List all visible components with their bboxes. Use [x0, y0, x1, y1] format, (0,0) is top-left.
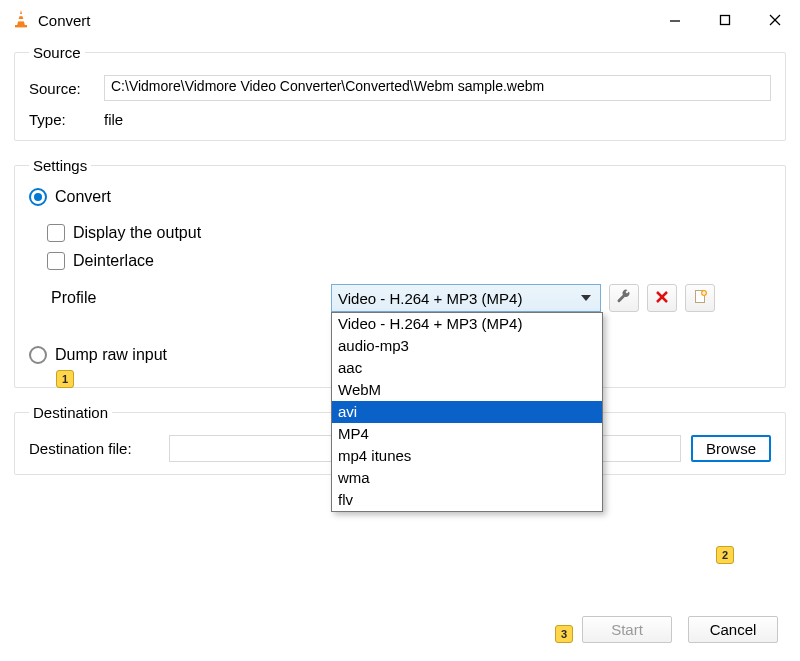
x-icon — [655, 290, 669, 307]
destination-legend: Destination — [29, 404, 112, 421]
cancel-button[interactable]: Cancel — [688, 616, 778, 643]
annotation-1: 1 — [56, 370, 74, 388]
titlebar: Convert — [0, 0, 800, 40]
close-button[interactable] — [750, 0, 800, 40]
profile-option[interactable]: avi — [332, 401, 602, 423]
source-group: Source Source: C:\Vidmore\Vidmore Video … — [14, 44, 786, 141]
maximize-button[interactable] — [700, 0, 750, 40]
window-title: Convert — [38, 12, 91, 29]
chevron-down-icon — [581, 295, 591, 301]
profile-option[interactable]: Video - H.264 + MP3 (MP4) — [332, 313, 602, 335]
profile-combobox[interactable]: Video - H.264 + MP3 (MP4) Video - H.264 … — [331, 284, 601, 312]
vlc-cone-icon — [12, 9, 30, 32]
minimize-button[interactable] — [650, 0, 700, 40]
cancel-button-label: Cancel — [710, 621, 757, 638]
dump-raw-radio[interactable]: Dump raw input — [29, 346, 167, 364]
profile-option[interactable]: flv — [332, 489, 602, 511]
source-path-input[interactable]: C:\Vidmore\Vidmore Video Converter\Conve… — [104, 75, 771, 101]
svg-rect-5 — [721, 16, 730, 25]
convert-radio[interactable]: Convert — [29, 188, 111, 206]
source-label: Source: — [29, 80, 104, 97]
profile-new-button[interactable] — [685, 284, 715, 312]
svg-rect-3 — [15, 25, 27, 27]
convert-radio-label: Convert — [55, 188, 111, 206]
wrench-icon — [616, 289, 632, 308]
new-document-icon — [693, 289, 708, 307]
deinterlace-label: Deinterlace — [73, 252, 154, 270]
settings-group: Settings Convert Display the output Dein… — [14, 157, 786, 388]
profile-option[interactable]: audio-mp3 — [332, 335, 602, 357]
destination-file-label: Destination file: — [29, 440, 169, 457]
settings-legend: Settings — [29, 157, 91, 174]
type-label: Type: — [29, 111, 104, 128]
profile-option[interactable]: WebM — [332, 379, 602, 401]
radio-dot-icon — [29, 346, 47, 364]
profile-delete-button[interactable] — [647, 284, 677, 312]
browse-button[interactable]: Browse — [691, 435, 771, 462]
checkbox-icon — [47, 252, 65, 270]
start-button-label: Start — [611, 621, 643, 638]
profile-option[interactable]: mp4 itunes — [332, 445, 602, 467]
profile-settings-button[interactable] — [609, 284, 639, 312]
profile-option[interactable]: MP4 — [332, 423, 602, 445]
profile-label: Profile — [51, 289, 331, 307]
start-button[interactable]: Start — [582, 616, 672, 643]
display-output-label: Display the output — [73, 224, 201, 242]
profile-option[interactable]: aac — [332, 357, 602, 379]
dump-raw-label: Dump raw input — [55, 346, 167, 364]
display-output-checkbox[interactable]: Display the output — [47, 224, 201, 242]
svg-rect-2 — [18, 19, 24, 21]
source-legend: Source — [29, 44, 85, 61]
profile-dropdown: Video - H.264 + MP3 (MP4) audio-mp3 aac … — [331, 312, 603, 512]
svg-marker-0 — [17, 10, 25, 25]
type-value: file — [104, 111, 123, 128]
browse-button-label: Browse — [706, 440, 756, 457]
annotation-2: 2 — [716, 546, 734, 564]
checkbox-icon — [47, 224, 65, 242]
radio-dot-icon — [29, 188, 47, 206]
deinterlace-checkbox[interactable]: Deinterlace — [47, 252, 154, 270]
profile-selected-text: Video - H.264 + MP3 (MP4) — [338, 290, 581, 307]
svg-rect-1 — [19, 14, 23, 16]
profile-option[interactable]: wma — [332, 467, 602, 489]
annotation-3: 3 — [555, 625, 573, 643]
